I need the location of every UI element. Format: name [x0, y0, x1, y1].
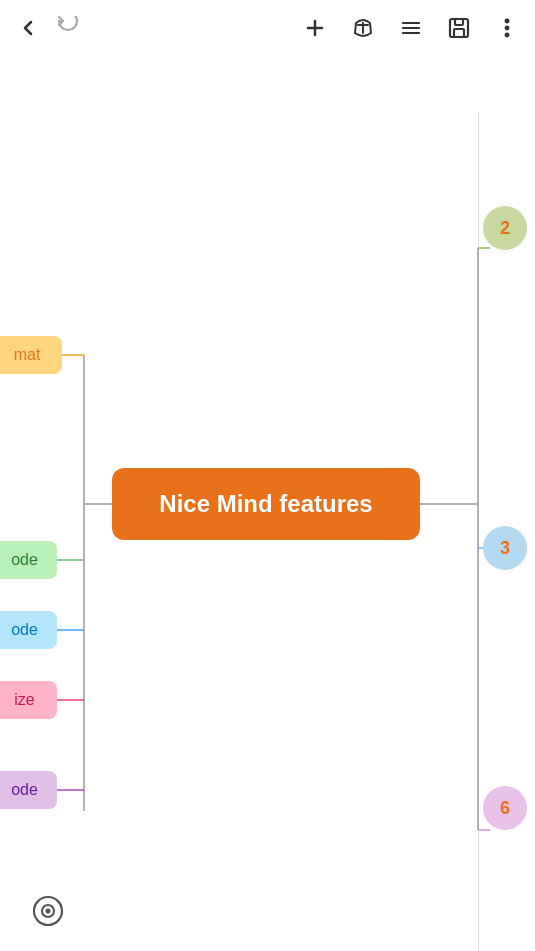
svg-point-11 — [506, 27, 508, 29]
node-6-label: 6 — [500, 798, 510, 819]
toolbar-left — [12, 12, 84, 44]
save-button[interactable] — [443, 12, 475, 44]
svg-rect-9 — [454, 29, 464, 37]
theme-button[interactable] — [347, 12, 379, 44]
node-ode-blue-label: ode — [11, 621, 38, 639]
svg-point-12 — [506, 34, 508, 36]
node-ode-green[interactable]: ode — [0, 541, 57, 579]
node-3-label: 3 — [500, 538, 510, 559]
back-button[interactable] — [12, 12, 44, 44]
node-ode-green-label: ode — [11, 551, 38, 569]
canvas: Nice Mind features mat ode ode ize ode 2… — [0, 56, 535, 951]
node-3[interactable]: 3 — [483, 526, 527, 570]
list-button[interactable] — [395, 12, 427, 44]
node-2-label: 2 — [500, 218, 510, 239]
node-mat-label: mat — [14, 346, 41, 364]
toolbar-right — [299, 12, 523, 44]
toolbar — [0, 0, 535, 56]
node-mat[interactable]: mat — [0, 336, 62, 374]
node-ode-blue[interactable]: ode — [0, 611, 57, 649]
node-6[interactable]: 6 — [483, 786, 527, 830]
central-node-text: Nice Mind features — [159, 490, 372, 518]
add-button[interactable] — [299, 12, 331, 44]
svg-rect-8 — [455, 19, 463, 25]
right-divider — [478, 112, 479, 951]
central-node[interactable]: Nice Mind features — [112, 468, 420, 540]
svg-point-27 — [46, 909, 51, 914]
node-ode-purple[interactable]: ode — [0, 771, 57, 809]
node-ode-purple-label: ode — [11, 781, 38, 799]
undo-button[interactable] — [52, 12, 84, 44]
node-ize-label: ize — [14, 691, 34, 709]
more-button[interactable] — [491, 12, 523, 44]
node-ize[interactable]: ize — [0, 681, 57, 719]
target-icon[interactable] — [28, 891, 68, 931]
node-2[interactable]: 2 — [483, 206, 527, 250]
svg-point-10 — [506, 20, 508, 22]
